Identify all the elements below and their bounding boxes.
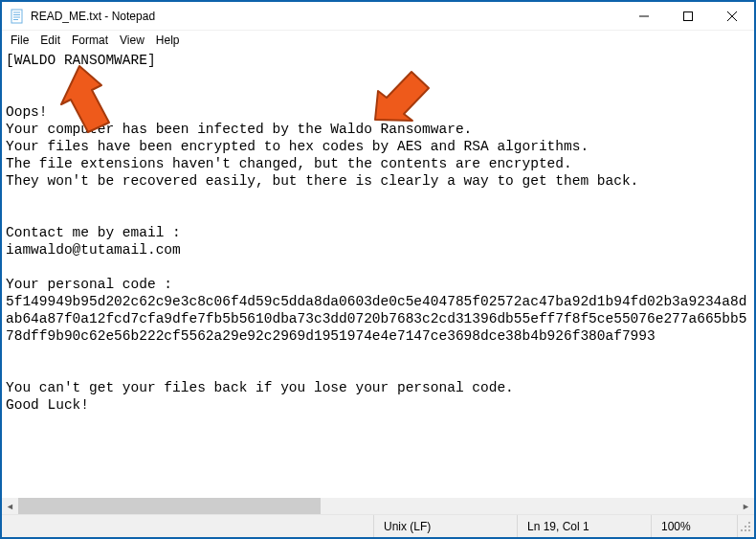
close-button[interactable] (710, 2, 754, 31)
minimize-button[interactable] (622, 2, 666, 31)
svg-point-12 (741, 529, 743, 531)
svg-rect-0 (11, 10, 22, 23)
menubar: File Edit Format View Help (2, 31, 754, 50)
notepad-icon (10, 9, 25, 24)
svg-point-9 (748, 522, 750, 524)
svg-rect-6 (684, 11, 693, 20)
scroll-right-button[interactable]: ► (738, 498, 754, 514)
svg-point-11 (748, 526, 750, 528)
svg-point-10 (745, 526, 746, 528)
menu-edit[interactable]: Edit (35, 33, 65, 48)
text-area[interactable]: [WALDO RANSOMWARE] Oops! Your computer h… (2, 50, 754, 498)
scroll-thumb[interactable] (18, 498, 321, 514)
content-area: [WALDO RANSOMWARE] Oops! Your computer h… (2, 50, 754, 514)
status-encoding: Unix (LF) (373, 515, 517, 537)
menu-file[interactable]: File (6, 33, 33, 48)
resize-grip[interactable] (737, 515, 754, 537)
statusbar: Unix (LF) Ln 19, Col 1 100% (2, 514, 754, 537)
notepad-window: READ_ME.txt - Notepad File Edit Format V… (0, 0, 756, 539)
menu-help[interactable]: Help (151, 33, 185, 48)
menu-format[interactable]: Format (67, 33, 113, 48)
horizontal-scrollbar[interactable]: ◄ ► (2, 498, 754, 514)
scroll-left-button[interactable]: ◄ (2, 498, 18, 514)
window-title: READ_ME.txt - Notepad (31, 10, 155, 23)
svg-point-13 (745, 529, 746, 531)
status-spacer (2, 515, 373, 537)
scroll-track[interactable] (18, 498, 738, 514)
titlebar[interactable]: READ_ME.txt - Notepad (2, 2, 754, 31)
maximize-button[interactable] (666, 2, 710, 31)
menu-view[interactable]: View (115, 33, 149, 48)
status-position: Ln 19, Col 1 (517, 515, 651, 537)
svg-point-14 (748, 529, 750, 531)
status-zoom: 100% (651, 515, 737, 537)
